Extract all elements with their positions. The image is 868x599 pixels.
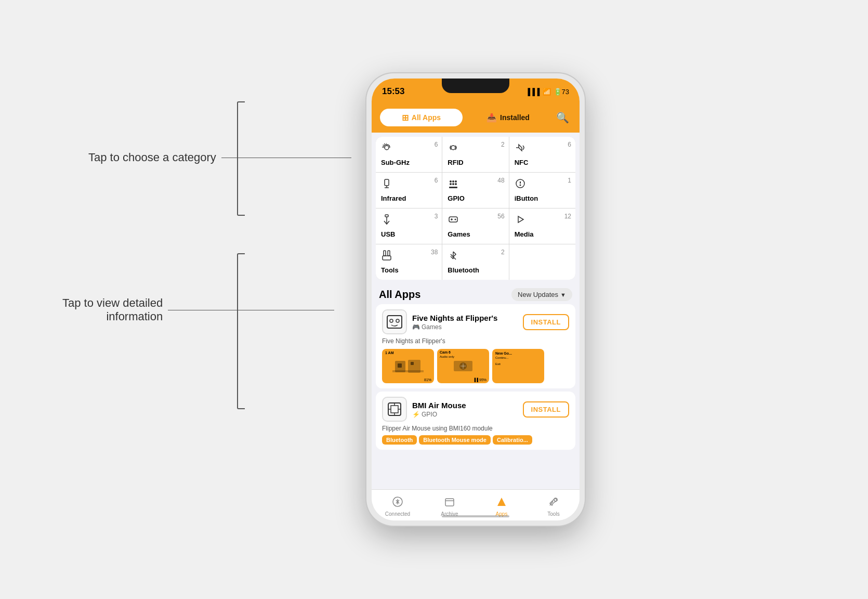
top-nav: ⊞ All Apps 📥 Installed 🔍 <box>372 105 580 133</box>
games-icon: 🎮 <box>412 323 420 331</box>
page-wrapper: Tap to choose a category Tap to view det… <box>0 0 868 599</box>
cat-count: 56 <box>497 213 504 220</box>
cat-icon-bluetooth <box>448 250 503 264</box>
svg-point-12 <box>519 185 521 186</box>
bluetooth-mouse-tag: Bluetooth Mouse mode <box>419 435 491 445</box>
svg-rect-21 <box>383 256 391 260</box>
fnaf-app-name: Five Nights at Flipper's <box>412 314 518 322</box>
cat-count: 2 <box>501 249 505 256</box>
app-item-bmi[interactable]: BMI Air Mouse ⚡ GPIO INSTALL Flipper Air… <box>376 392 575 450</box>
updates-label: New Updates <box>518 291 558 298</box>
cat-icon-media <box>515 214 570 228</box>
all-apps-tab[interactable]: ⊞ All Apps <box>380 109 463 126</box>
svg-point-3 <box>450 180 452 183</box>
cat-label-tools: Tools <box>381 266 437 274</box>
installed-icon: 📥 <box>486 113 497 123</box>
bmi-app-category: ⚡ GPIO <box>412 411 518 418</box>
fnaf-install-button[interactable]: INSTALL <box>523 314 569 330</box>
category-cell-Tools[interactable]: 38Tools <box>376 244 442 280</box>
cat-label-infrared: Infrared <box>381 194 437 202</box>
wifi-icon: 📶 <box>543 88 551 96</box>
svg-point-18 <box>455 219 456 220</box>
bmi-install-button[interactable]: INSTALL <box>523 401 569 418</box>
screenshot-1: 1 AM 81% <box>382 349 434 383</box>
svg-rect-2 <box>385 179 389 186</box>
screenshot-2: Cam 6 Audio only ▐▐ 95% <box>437 349 489 383</box>
phone: 15:53 ▐▐▐ 📶 🔋73 ⊞ All Apps 📥 Installed <box>366 73 585 526</box>
svg-point-24 <box>396 319 399 322</box>
installed-tab[interactable]: 📥 Installed <box>467 109 549 126</box>
bottom-tab-apps[interactable]: Apps <box>476 494 528 517</box>
home-indicator <box>442 515 509 517</box>
app-bracket <box>237 253 245 409</box>
cat-count: 1 <box>568 177 571 184</box>
svg-rect-9 <box>449 187 457 188</box>
bluetooth-tab-icon <box>392 496 403 510</box>
svg-rect-28 <box>411 362 414 365</box>
cat-label-games: Games <box>448 230 503 238</box>
bottom-tab-connected[interactable]: Connected <box>372 494 424 517</box>
category-cell-iButton[interactable]: 1iButton <box>509 173 575 208</box>
content-area: 6Sub-GHz2RFID6NFC6Infrared48GPIO1iButton… <box>372 133 580 489</box>
svg-point-1 <box>451 146 455 150</box>
connected-label: Connected <box>385 511 410 517</box>
fnaf-subtitle: Five Nights at Flipper's <box>382 337 569 345</box>
svg-rect-41 <box>445 499 454 506</box>
cat-icon-gpio <box>448 178 503 192</box>
cat-label-rfid: RFID <box>448 159 503 166</box>
category-cell-11 <box>509 244 575 280</box>
fnaf-app-info: Five Nights at Flipper's 🎮 Games <box>412 314 518 331</box>
cat-icon-tools <box>381 250 437 264</box>
cat-icon-usb <box>381 214 437 228</box>
fnaf-screenshots: 1 AM 81% <box>382 349 569 383</box>
svg-point-7 <box>452 183 454 185</box>
bottom-tab-tools[interactable]: Tools <box>528 494 580 517</box>
svg-point-5 <box>455 180 457 183</box>
category-cell-USB[interactable]: 3USB <box>376 209 442 244</box>
svg-rect-35 <box>391 406 398 413</box>
phone-screen: 15:53 ▐▐▐ 📶 🔋73 ⊞ All Apps 📥 Installed <box>372 79 580 520</box>
category-cell-Media[interactable]: 12Media <box>509 209 575 244</box>
category-cell-GPIO[interactable]: 48GPIO <box>442 173 508 208</box>
category-cell-Bluetooth[interactable]: 2Bluetooth <box>442 244 508 280</box>
svg-rect-19 <box>384 251 386 256</box>
all-apps-title: All Apps <box>379 289 420 301</box>
bmi-tags: Bluetooth Bluetooth Mouse mode Calibrati… <box>382 435 569 445</box>
cat-label-bluetooth: Bluetooth <box>448 266 503 274</box>
all-apps-label: All Apps <box>412 113 441 122</box>
bottom-tab-archive[interactable]: Archive <box>424 494 476 517</box>
search-button[interactable]: 🔍 <box>554 109 571 126</box>
screenshot-3: New Go... Continu... Exit <box>492 349 544 383</box>
cat-count: 48 <box>497 177 504 184</box>
cat-icon-rfid <box>448 142 503 157</box>
fnaf-app-icon <box>382 309 407 334</box>
svg-rect-20 <box>388 251 390 256</box>
cat-count: 3 <box>435 213 438 220</box>
category-cell-Infrared[interactable]: 6Infrared <box>376 173 442 208</box>
cat-label-sub-ghz: Sub-GHz <box>381 159 437 166</box>
tools-tab-icon <box>548 496 559 510</box>
cat-label-media: Media <box>515 230 570 238</box>
category-bracket <box>237 101 245 216</box>
cat-count: 38 <box>431 249 438 256</box>
svg-rect-13 <box>385 215 388 217</box>
category-cell-Sub-GHz[interactable]: 6Sub-GHz <box>376 137 442 172</box>
svg-rect-29 <box>392 370 424 372</box>
cat-count: 12 <box>564 213 571 220</box>
app-item-fnaf[interactable]: Five Nights at Flipper's 🎮 Games INSTALL… <box>376 304 575 388</box>
app-annotation: Tap to view detailed information <box>62 296 334 323</box>
category-grid: 6Sub-GHz2RFID6NFC6Infrared48GPIO1iButton… <box>376 137 575 280</box>
cat-count: 6 <box>568 141 571 148</box>
category-cell-RFID[interactable]: 2RFID <box>442 137 508 172</box>
category-cell-NFC[interactable]: 6NFC <box>509 137 575 172</box>
battery-icon: 🔋73 <box>554 88 569 96</box>
cat-count: 6 <box>435 177 438 184</box>
calibration-tag: Calibratio... <box>493 435 532 445</box>
category-cell-Games[interactable]: 56Games <box>442 209 508 244</box>
new-updates-button[interactable]: New Updates ▼ <box>511 288 572 301</box>
status-icons: ▐▐▐ 📶 🔋73 <box>525 88 569 96</box>
app-item-header: Five Nights at Flipper's 🎮 Games INSTALL <box>382 309 569 334</box>
cat-icon-games <box>448 214 503 228</box>
status-bar: 15:53 ▐▐▐ 📶 🔋73 <box>372 79 580 105</box>
bmi-app-icon <box>382 397 407 422</box>
